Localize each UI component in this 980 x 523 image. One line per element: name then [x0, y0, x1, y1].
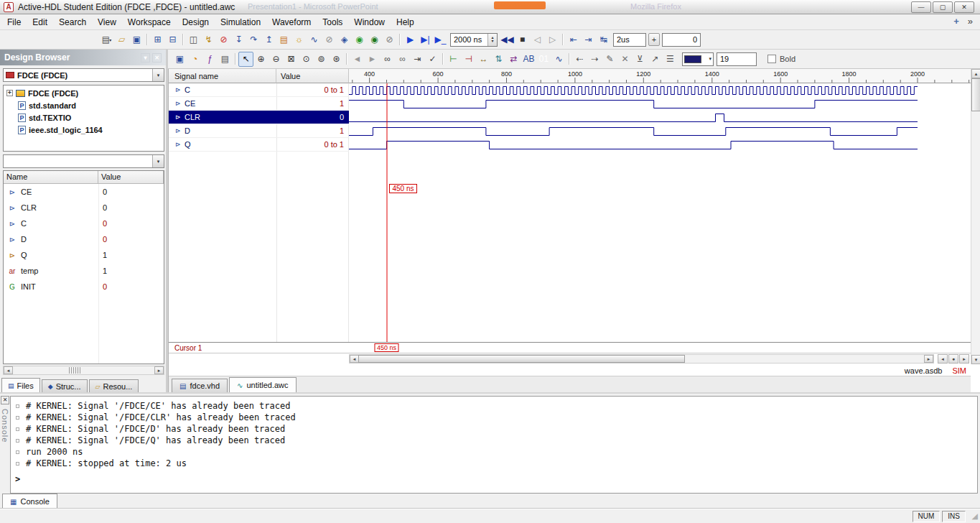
delete-section-button[interactable]: ⊣ — [461, 52, 476, 67]
expand-icon[interactable]: + — [6, 90, 13, 96]
no-stimulator-button[interactable]: ⊘ ▾ — [322, 32, 337, 47]
combo-dropdown-button[interactable]: ▾ — [152, 69, 164, 81]
analog-view-button[interactable]: ∿ — [551, 52, 566, 67]
zoom-previous-button[interactable]: ⊛ — [329, 52, 344, 67]
open-button[interactable]: ▱ ▾ — [114, 32, 129, 47]
signal-row[interactable]: ⊳ Q 0 to 1 — [169, 138, 349, 152]
zoom-range-button[interactable]: ⊚ — [314, 52, 329, 67]
stop-button[interactable]: ■ ▾ — [515, 32, 530, 47]
compile-button[interactable]: ↯ ▾ — [201, 32, 216, 47]
browser-horizontal-scrollbar[interactable]: ◂ ▸ — [3, 366, 164, 375]
trace-to-end-button[interactable]: ⇥ ▾ — [581, 32, 596, 47]
menu-item[interactable]: Workspace — [122, 15, 177, 29]
find-button[interactable]: ∞ — [380, 52, 395, 67]
menu-item[interactable]: Edit — [27, 15, 53, 29]
menu-item[interactable]: File — [1, 15, 27, 29]
save-waveform-button[interactable]: ▣ — [172, 52, 187, 67]
wave-color-combo[interactable]: ▾ — [682, 52, 714, 66]
tree-item[interactable]: + P ieee.std_logic_1164 — [4, 124, 164, 136]
console-tab[interactable]: ▦ Console — [2, 494, 57, 509]
stretch-section-button[interactable]: ↔ — [476, 52, 491, 67]
console-prompt[interactable]: > — [15, 474, 974, 484]
value-column-header[interactable]: Value — [276, 69, 349, 83]
select-tool-button[interactable]: ↖ — [238, 52, 253, 67]
tree-item[interactable]: + P std.TEXTIO — [4, 111, 164, 124]
step-forward-button[interactable]: ▷ ▾ — [545, 32, 560, 47]
trace-out-button[interactable]: ↥ ▾ — [261, 32, 276, 47]
waveform-vertical-scrollbar[interactable]: ▴ ▾ — [971, 69, 980, 364]
add-clock-button[interactable]: ◔ — [187, 52, 202, 67]
properties-button[interactable]: ▤ — [218, 52, 233, 67]
table-row[interactable]: ⊳ CLR 0 — [4, 200, 164, 216]
trace-into-button[interactable]: ↧ ▾ — [231, 32, 246, 47]
menu-item[interactable]: View — [92, 15, 122, 29]
signal-row[interactable]: ⊳ CLR 0 — [169, 111, 349, 124]
zoom-fit-button[interactable]: ⊠ — [284, 52, 299, 67]
next-edge-button[interactable]: ⇢ — [587, 52, 602, 67]
signal-row[interactable]: ⊳ CE 1 — [169, 97, 349, 111]
table-row[interactable]: ⊳ C 0 — [4, 216, 164, 231]
design-unit-combo[interactable]: FDCE (FDCE) ▾ — [3, 68, 164, 82]
add-time-button[interactable]: + — [648, 33, 660, 46]
find-next-button[interactable]: ∞ — [395, 52, 410, 67]
stop-debug-button[interactable]: ⊘ ▾ — [216, 32, 231, 47]
signal-row[interactable]: ⊳ C 0 to 1 — [169, 83, 349, 97]
zoom-cursor-button[interactable]: ⊙ — [299, 52, 314, 67]
tip-of-the-day-button[interactable]: ☼ ▾ — [291, 32, 307, 47]
export-waveform-button[interactable]: ↗ — [648, 52, 663, 67]
scroll-up-button[interactable]: ▴ — [971, 69, 980, 78]
pan-right-button[interactable]: ► — [365, 52, 380, 67]
mirror-section-button[interactable]: ⇄ — [506, 52, 521, 67]
panel-menu-button[interactable]: ▾ — [141, 53, 150, 63]
browser-tab[interactable]: ◆ Struc... — [42, 379, 88, 392]
scroll-left-button[interactable]: ◂ — [4, 366, 13, 374]
menu-item[interactable]: Design — [177, 15, 215, 29]
menu-item[interactable]: Simulation — [215, 15, 266, 29]
table-row[interactable]: ar temp 1 — [4, 263, 164, 279]
verify-button[interactable]: ✓ — [425, 52, 440, 67]
menu-item[interactable]: Help — [391, 15, 420, 29]
trace-over-button[interactable]: ↷ ▾ — [246, 32, 261, 47]
tile-windows-button[interactable]: ⊟ ▾ — [165, 32, 180, 47]
zoom-in-button[interactable]: ⊕ — [253, 52, 269, 67]
console-output[interactable]: # KERNEL: Signal '/FDCE/CE' has already … — [10, 396, 978, 494]
signal-filter-combo[interactable]: ▾ — [3, 154, 164, 168]
pan-left-button[interactable]: ◄ — [350, 52, 365, 67]
waveform-horizontal-scrollbar[interactable]: ◂ ▸ — [349, 354, 934, 364]
next-cursor-button[interactable]: ▸ — [959, 354, 969, 364]
document-tab[interactable]: ∿ untitled.awc — [229, 377, 296, 392]
time-range-combo[interactable]: 2us — [613, 33, 646, 47]
center-cursor-button[interactable]: ● — [948, 354, 958, 364]
run-step-button[interactable]: ▶| ▾ — [418, 32, 433, 47]
step-back-button[interactable]: ◁ ▾ — [530, 32, 545, 47]
resize-grip[interactable]: ◢ — [968, 512, 978, 521]
design-browser-button[interactable]: ◫ ▾ — [186, 32, 201, 47]
menu-item[interactable]: Search — [53, 15, 92, 29]
table-row[interactable]: ⊳ D 0 — [4, 231, 164, 247]
cursor-time-badge[interactable]: 450 ns — [375, 343, 398, 352]
menu-item[interactable]: Waveform — [266, 15, 317, 29]
maximize-button[interactable]: ▢ — [933, 1, 953, 13]
binary-view-button[interactable]: 01 — [536, 52, 551, 67]
library-manager-button[interactable]: ▤ ▾ — [276, 32, 291, 47]
run-until-button[interactable]: ▶_ ▾ — [433, 32, 448, 47]
combo-dropdown-button[interactable]: ▾ — [152, 155, 164, 167]
overflow-chevron-icon[interactable]: » — [968, 16, 973, 27]
trace-to-begin-button[interactable]: ⇤ ▾ — [566, 32, 581, 47]
browser-tab[interactable]: ▱ Resou... — [89, 379, 139, 392]
menu-item[interactable]: Window — [348, 15, 391, 29]
row-height-field[interactable]: 19 — [717, 52, 757, 66]
breakpoint-button[interactable]: ◈ ▾ — [337, 32, 352, 47]
console-close-button[interactable]: ✕ — [1, 396, 9, 404]
restart-simulation-button[interactable]: ◉ ▾ — [352, 32, 367, 47]
zoom-out-button[interactable]: ⊖ — [269, 52, 284, 67]
value-column-header[interactable]: Value — [98, 171, 164, 184]
save-button[interactable]: ▣ ▾ — [129, 32, 144, 47]
invert-section-button[interactable]: ⇅ — [491, 52, 506, 67]
close-button[interactable]: ✕ — [954, 1, 974, 13]
previous-cursor-button[interactable]: ◂ — [938, 354, 948, 364]
table-row[interactable]: ⊳ CE 0 — [4, 184, 164, 200]
insert-section-button[interactable]: ⊢ — [446, 52, 461, 67]
bus-builder-button[interactable]: AB — [521, 52, 536, 67]
scroll-right-button[interactable]: ▸ — [924, 355, 933, 363]
